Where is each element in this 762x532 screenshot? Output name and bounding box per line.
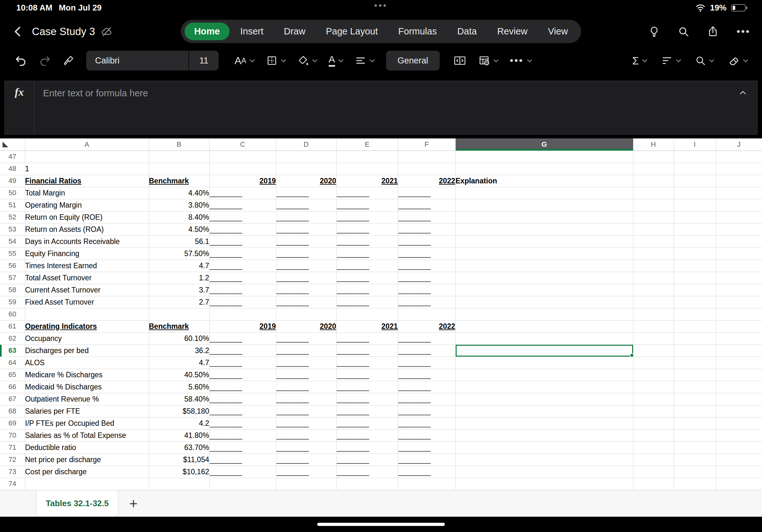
- formula-input[interactable]: Enter text or formula here: [34, 81, 728, 134]
- cell-B74[interactable]: [149, 478, 209, 490]
- cell-J70[interactable]: [716, 429, 762, 441]
- column-header-A[interactable]: A: [25, 138, 149, 151]
- cell-G61[interactable]: [455, 320, 633, 332]
- cell-G57[interactable]: [455, 272, 633, 284]
- column-header-J[interactable]: J: [716, 138, 762, 151]
- cell-E52[interactable]: ________: [336, 211, 398, 223]
- cell-I47[interactable]: [674, 151, 716, 163]
- row-header-50[interactable]: 50: [0, 187, 25, 199]
- cell-A71[interactable]: Deductible ratio: [25, 441, 149, 453]
- cell-B52[interactable]: 8.40%: [149, 211, 209, 223]
- cell-A56[interactable]: Times Interest Earned: [25, 260, 149, 272]
- cell-F59[interactable]: ________: [398, 296, 455, 308]
- cell-B66[interactable]: 5.60%: [149, 381, 209, 393]
- cell-B48[interactable]: [149, 163, 209, 175]
- cell-G69[interactable]: [455, 417, 633, 429]
- cell-I48[interactable]: [674, 163, 716, 175]
- row-header-58[interactable]: 58: [0, 284, 25, 296]
- cell-D63[interactable]: ________: [276, 345, 336, 357]
- cell-A50[interactable]: Total Margin: [25, 187, 149, 199]
- cell-F62[interactable]: ________: [398, 332, 455, 345]
- cell-J63[interactable]: [716, 345, 762, 357]
- cell-B67[interactable]: 58.40%: [149, 393, 209, 405]
- cell-D49[interactable]: 2020: [276, 175, 336, 187]
- alignment-button[interactable]: [355, 55, 374, 66]
- cell-A54[interactable]: Days in Accounts Receivable: [25, 235, 149, 247]
- cell-I70[interactable]: [674, 429, 716, 441]
- cell-E65[interactable]: ________: [336, 369, 398, 381]
- cell-I64[interactable]: [674, 357, 716, 369]
- cell-I57[interactable]: [674, 272, 716, 284]
- row-header-62[interactable]: 62: [0, 332, 25, 345]
- cell-B64[interactable]: 4.7: [149, 357, 209, 369]
- cell-I73[interactable]: [674, 466, 716, 478]
- more-menu-icon[interactable]: •••: [736, 26, 750, 37]
- cell-D50[interactable]: ________: [276, 187, 336, 199]
- add-sheet-button[interactable]: +: [118, 490, 149, 517]
- cell-F68[interactable]: ________: [398, 405, 455, 417]
- cell-E49[interactable]: 2021: [336, 175, 398, 187]
- cell-I56[interactable]: [674, 260, 716, 272]
- cell-D61[interactable]: 2020: [276, 320, 336, 332]
- cell-E67[interactable]: ________: [336, 393, 398, 405]
- cell-J51[interactable]: [716, 199, 762, 211]
- cell-D68[interactable]: ________: [276, 405, 336, 417]
- cell-F63[interactable]: ________: [398, 345, 455, 357]
- cell-J73[interactable]: [716, 466, 762, 478]
- cell-A69[interactable]: I/P FTEs per Occupied Bed: [25, 417, 149, 429]
- cell-F72[interactable]: ________: [398, 453, 455, 466]
- redo-button[interactable]: [39, 54, 51, 67]
- cell-H57[interactable]: [633, 272, 674, 284]
- cell-E54[interactable]: ________: [336, 235, 398, 247]
- row-header-54[interactable]: 54: [0, 235, 25, 247]
- cell-D62[interactable]: ________: [276, 332, 336, 345]
- cell-B58[interactable]: 3.7: [149, 284, 209, 296]
- cell-D66[interactable]: ________: [276, 381, 336, 393]
- cell-H73[interactable]: [633, 466, 674, 478]
- cell-F50[interactable]: ________: [398, 187, 455, 199]
- cell-B65[interactable]: 40.50%: [149, 369, 209, 381]
- cell-H71[interactable]: [633, 441, 674, 453]
- cell-B47[interactable]: [149, 151, 209, 163]
- cell-F71[interactable]: ________: [398, 441, 455, 453]
- cell-F65[interactable]: ________: [398, 369, 455, 381]
- cell-E72[interactable]: ________: [336, 453, 398, 466]
- cell-G67[interactable]: [455, 393, 633, 405]
- tab-insert[interactable]: Insert: [231, 23, 273, 40]
- cell-B70[interactable]: 41.80%: [149, 429, 209, 441]
- cell-E62[interactable]: ________: [336, 332, 398, 345]
- cell-C61[interactable]: 2019: [209, 320, 276, 332]
- cell-G63[interactable]: [455, 345, 633, 357]
- column-header-H[interactable]: H: [633, 138, 674, 151]
- row-header-63[interactable]: 63: [0, 345, 25, 357]
- cell-F53[interactable]: ________: [398, 223, 455, 235]
- cell-A68[interactable]: Salaries per FTE: [25, 405, 149, 417]
- cell-B63[interactable]: 36.2: [149, 345, 209, 357]
- cell-H56[interactable]: [633, 260, 674, 272]
- cell-F73[interactable]: ________: [398, 466, 455, 478]
- tab-formulas[interactable]: Formulas: [389, 23, 446, 40]
- cell-G55[interactable]: [455, 247, 633, 260]
- cell-H61[interactable]: [633, 320, 674, 332]
- cell-I67[interactable]: [674, 393, 716, 405]
- cell-E53[interactable]: ________: [336, 223, 398, 235]
- cell-A63[interactable]: Discharges per bed: [25, 345, 149, 357]
- cell-J59[interactable]: [716, 296, 762, 308]
- cell-J62[interactable]: [716, 332, 762, 345]
- row-header-72[interactable]: 72: [0, 453, 25, 466]
- cell-B68[interactable]: $58,180: [149, 405, 209, 417]
- cell-J58[interactable]: [716, 284, 762, 296]
- lightbulb-icon[interactable]: [648, 26, 660, 37]
- row-header-55[interactable]: 55: [0, 247, 25, 260]
- cell-D73[interactable]: ________: [276, 466, 336, 478]
- cell-H50[interactable]: [633, 187, 674, 199]
- cell-I49[interactable]: [674, 175, 716, 187]
- row-header-52[interactable]: 52: [0, 211, 25, 223]
- row-header-70[interactable]: 70: [0, 429, 25, 441]
- cell-C68[interactable]: ________: [209, 405, 276, 417]
- font-format-button[interactable]: AA: [235, 55, 254, 66]
- cell-F49[interactable]: 2022: [398, 175, 455, 187]
- merge-center-button[interactable]: [454, 55, 466, 66]
- cell-B62[interactable]: 60.10%: [149, 332, 209, 345]
- row-header-73[interactable]: 73: [0, 466, 25, 478]
